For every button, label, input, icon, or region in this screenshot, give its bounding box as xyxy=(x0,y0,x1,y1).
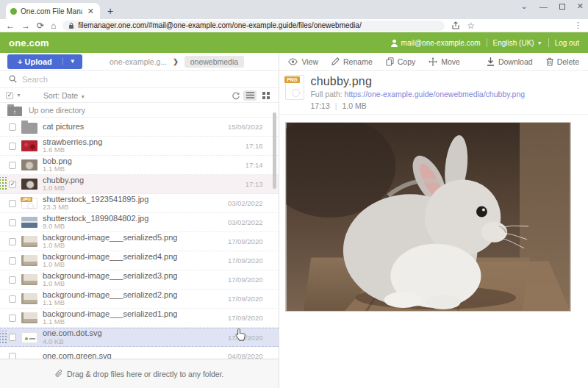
file-name: background-image___serialized5.png xyxy=(43,233,228,242)
tab-title: One.com File Manager xyxy=(21,7,82,15)
language-selector[interactable]: English (UK) ▼ xyxy=(493,39,542,47)
forward-icon[interactable]: → xyxy=(21,21,30,30)
up-folder-icon xyxy=(7,107,22,116)
download-button[interactable]: Download xyxy=(487,57,533,66)
row-checkbox[interactable] xyxy=(9,276,16,284)
new-tab-button[interactable]: + xyxy=(107,5,113,19)
file-size: 1.1 MB xyxy=(43,299,228,307)
copy-button[interactable]: Copy xyxy=(386,57,416,66)
file-date: 03/02/2022 xyxy=(228,199,263,207)
up-directory-row[interactable]: Up one directory xyxy=(0,103,279,118)
trash-icon xyxy=(546,57,553,66)
row-checkbox[interactable] xyxy=(9,162,16,169)
breadcrumb-current[interactable]: onewebmedia xyxy=(184,56,244,68)
row-checkbox[interactable] xyxy=(9,219,16,226)
full-path-link[interactable]: https://one-example.guide/onewebmedia/ch… xyxy=(345,90,526,98)
file-thumbnail-icon xyxy=(21,140,37,151)
drag-handle[interactable] xyxy=(0,177,7,191)
chrome-menu-icon[interactable]: ⋮ xyxy=(574,21,582,30)
screen: One.com File Manager ✕ + ⌄ — ✕ ← → ⟳ ⌂ f… xyxy=(0,0,588,388)
tab-close-icon[interactable]: ✕ xyxy=(86,7,96,16)
maximize-icon[interactable] xyxy=(559,4,565,10)
up-directory-label: Up one directory xyxy=(29,106,85,115)
grid-view-icon[interactable] xyxy=(259,90,273,101)
row-checkbox[interactable] xyxy=(9,295,16,303)
row-checkbox[interactable] xyxy=(9,257,16,265)
search-input[interactable] xyxy=(22,75,270,84)
file-name: background-image___serialized4.png xyxy=(43,252,228,262)
file-name: background-image___serialized3.png xyxy=(43,271,228,281)
file-row[interactable]: shutterstock_1899084802.jpg9.0 MB03/02/2… xyxy=(0,213,279,232)
file-row[interactable]: strawberries.png1.6 MB17:16 xyxy=(0,137,279,156)
drag-handle xyxy=(0,156,7,174)
move-icon xyxy=(429,57,437,66)
rename-button[interactable]: Rename xyxy=(331,57,373,66)
reload-icon[interactable]: ⟳ xyxy=(37,21,44,30)
file-row[interactable]: background-image___serialized5.png1.0 MB… xyxy=(0,232,279,251)
preview-image-rabbit xyxy=(285,122,571,312)
upload-button[interactable]: + Upload ▼ xyxy=(7,54,82,69)
file-size: 9.0 MB xyxy=(43,223,228,231)
account-menu[interactable]: mail@one-example.com xyxy=(390,39,481,47)
breadcrumb: one-example.g... ❯ onewebmedia xyxy=(110,56,244,68)
file-date: 17/09/2020 xyxy=(228,237,263,245)
row-checkbox[interactable] xyxy=(9,334,16,341)
file-row[interactable]: background-image___serialized4.png1.0 MB… xyxy=(0,251,279,270)
row-checkbox[interactable] xyxy=(9,143,16,150)
list-view-icon[interactable] xyxy=(243,90,257,101)
file-row[interactable]: background-image___serialized3.png1.0 MB… xyxy=(0,270,279,290)
close-icon[interactable]: ✕ xyxy=(577,1,584,11)
sort-selector[interactable]: Sort: Date ▼ xyxy=(43,91,85,100)
detail-time: 17:13 xyxy=(310,101,329,110)
scrollbar-thumb[interactable] xyxy=(273,112,276,189)
file-size: 1.6 MB xyxy=(43,146,245,154)
file-date: 17/09/2020 xyxy=(228,334,263,342)
drag-handle[interactable] xyxy=(0,331,7,344)
file-row[interactable]: background-image___serialized2.png1.1 MB… xyxy=(0,290,279,309)
file-name: one.com.dot.svg xyxy=(43,328,228,338)
file-row[interactable]: cat pictures15/06/2022 xyxy=(0,118,279,137)
refresh-icon[interactable] xyxy=(232,91,240,100)
file-list: Up one directory cat pictures15/06/2022s… xyxy=(0,103,279,359)
browser-tab[interactable]: One.com File Manager ✕ xyxy=(6,3,100,19)
select-all-checkbox[interactable]: ✓ xyxy=(6,92,13,99)
minimize-icon[interactable]: — xyxy=(539,2,548,11)
lock-icon xyxy=(68,22,74,29)
upload-dropdown-icon[interactable]: ▼ xyxy=(62,58,82,65)
back-icon[interactable]: ← xyxy=(6,21,15,30)
view-button[interactable]: View xyxy=(288,57,318,66)
row-checkbox[interactable]: ✓ xyxy=(9,181,16,188)
file-row[interactable]: JPGshutterstock_1923541895.jpg23.3 MB03/… xyxy=(0,194,279,213)
bookmark-star-icon[interactable]: ☆ xyxy=(467,21,475,30)
file-row[interactable]: one.com.green.svg04/08/2020 xyxy=(0,347,279,359)
detail-filename: chubby.png xyxy=(310,75,525,88)
row-checkbox[interactable] xyxy=(9,238,16,245)
move-button[interactable]: Move xyxy=(429,57,460,66)
home-icon[interactable]: ⌂ xyxy=(51,21,56,30)
user-icon xyxy=(390,39,398,47)
row-checkbox[interactable] xyxy=(9,315,16,322)
file-row[interactable]: bob.png1.1 MB17:14 xyxy=(0,156,279,175)
breadcrumb-parent[interactable]: one-example.g... xyxy=(110,57,167,66)
row-checkbox[interactable] xyxy=(9,353,16,359)
select-dropdown-icon[interactable]: ▼ xyxy=(16,93,21,98)
window-menu-icon[interactable]: ⌄ xyxy=(521,1,528,11)
logout-button[interactable]: Log out xyxy=(555,39,579,47)
delete-button[interactable]: Delete xyxy=(546,57,579,66)
row-checkbox[interactable] xyxy=(9,123,16,131)
file-row[interactable]: one.com.dot.svg4.0 KB17/09/2020 xyxy=(0,328,279,347)
file-thumbnail-icon xyxy=(21,274,37,285)
file-date: 03/02/2022 xyxy=(228,218,263,226)
file-row[interactable]: ✓chubby.png1.0 MB17:13 xyxy=(0,175,279,194)
share-icon[interactable] xyxy=(451,21,460,30)
drag-handle xyxy=(0,270,7,289)
search-bar[interactable] xyxy=(0,71,279,88)
onecom-logo: one.com xyxy=(9,37,49,48)
png-file-icon: PNG xyxy=(285,75,304,100)
file-row[interactable]: background-image___serialized1.png1.1 MB… xyxy=(0,309,279,328)
file-size: 1.0 MB xyxy=(43,242,228,250)
url-bar[interactable]: filemanager.one.com/#mail@one-example.co… xyxy=(62,21,445,31)
row-checkbox[interactable] xyxy=(9,200,16,207)
paperclip-icon xyxy=(55,370,62,378)
dropzone[interactable]: Drag & drop files here or directly to an… xyxy=(0,359,279,388)
